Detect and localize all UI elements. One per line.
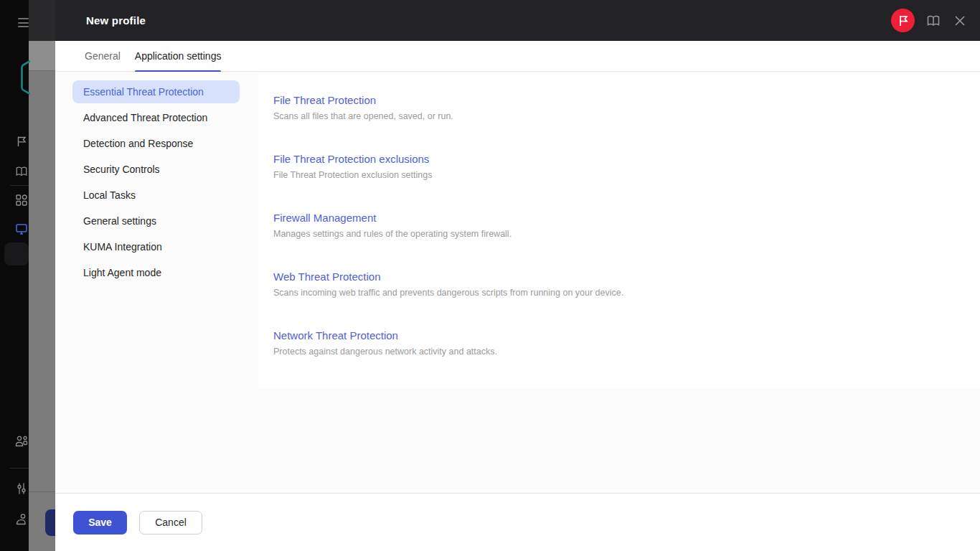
sidebar-divider: [10, 185, 29, 186]
apps-grid-icon[interactable]: [15, 194, 28, 207]
flag-icon[interactable]: [15, 135, 28, 148]
dimmed-save-button-fragment: [45, 509, 55, 536]
nav-item-local-tasks[interactable]: Local Tasks: [72, 184, 240, 207]
section-description: Manages settings and rules of the operat…: [273, 228, 937, 240]
nav-item-light-agent-mode[interactable]: Light Agent mode: [72, 261, 240, 284]
dimmed-divider: [29, 70, 55, 71]
web-threat-protection-link[interactable]: Web Threat Protection: [273, 270, 381, 284]
dimmed-topbar: [29, 0, 55, 41]
settings-sections: File Threat Protection Scans all files t…: [273, 72, 937, 387]
brand-hexagon-logo: [19, 60, 30, 98]
section-description: Scans all files that are opened, saved, …: [273, 110, 937, 122]
drawer-header: New profile: [55, 0, 980, 41]
close-icon[interactable]: [952, 13, 968, 29]
firewall-management-link[interactable]: Firewall Management: [273, 211, 376, 225]
sidebar-active-item-background: [4, 242, 29, 265]
nav-item-kuma-integration[interactable]: KUMA Integration: [72, 235, 240, 258]
section-description: Protects against dangerous network activ…: [273, 346, 937, 357]
dimmed-divider: [29, 491, 55, 492]
dimmed-tabband: [29, 41, 55, 70]
dimmed-page-overlay: [29, 0, 55, 551]
tab-panel-application-settings: Essential Threat Protection Advanced Thr…: [55, 72, 980, 493]
tab-bar: General Application settings: [55, 41, 980, 72]
network-threat-protection-link[interactable]: Network Threat Protection: [273, 329, 398, 343]
sidebar-divider: [10, 468, 29, 468]
screen: New profile: [0, 0, 980, 551]
open-book-icon[interactable]: [15, 165, 28, 178]
nav-item-essential-threat-protection[interactable]: Essential Threat Protection: [72, 80, 240, 103]
nav-item-general-settings[interactable]: General settings: [72, 209, 240, 232]
file-threat-protection-link[interactable]: File Threat Protection: [273, 93, 376, 108]
app-sidebar: [0, 0, 29, 551]
whats-new-flag-badge[interactable]: [891, 9, 915, 32]
page-title: New profile: [86, 14, 146, 27]
section-firewall-management: Firewall Management Manages settings and…: [273, 211, 937, 240]
tab-general[interactable]: General: [85, 41, 121, 72]
tab-application-settings[interactable]: Application settings: [135, 41, 222, 72]
help-book-icon[interactable]: [925, 13, 941, 29]
monitor-icon[interactable]: [15, 222, 28, 235]
account-icon[interactable]: [15, 513, 28, 526]
section-file-threat-protection-exclusions: File Threat Protection exclusions File T…: [273, 152, 937, 181]
nav-item-security-controls[interactable]: Security Controls: [72, 158, 240, 181]
section-description: File Threat Protection exclusion setting…: [273, 169, 937, 181]
user-group-icon[interactable]: [15, 435, 28, 448]
header-icons: [891, 9, 968, 32]
section-file-threat-protection: File Threat Protection Scans all files t…: [273, 93, 937, 122]
nav-item-advanced-threat-protection[interactable]: Advanced Threat Protection: [72, 106, 240, 129]
menu-hamburger-icon[interactable]: [18, 18, 29, 27]
new-profile-drawer: New profile: [55, 0, 980, 551]
section-description: Scans incoming web traffic and prevents …: [273, 287, 937, 298]
section-web-threat-protection: Web Threat Protection Scans incoming web…: [273, 270, 937, 298]
cancel-button[interactable]: Cancel: [139, 511, 202, 534]
save-button[interactable]: Save: [73, 511, 127, 534]
settings-category-nav: Essential Threat Protection Advanced Thr…: [72, 80, 240, 287]
section-network-threat-protection: Network Threat Protection Protects again…: [273, 329, 937, 357]
file-threat-protection-exclusions-link[interactable]: File Threat Protection exclusions: [273, 152, 429, 166]
sliders-icon[interactable]: [15, 482, 28, 495]
drawer-footer: Save Cancel: [55, 493, 980, 551]
nav-item-detection-and-response[interactable]: Detection and Response: [72, 132, 240, 155]
